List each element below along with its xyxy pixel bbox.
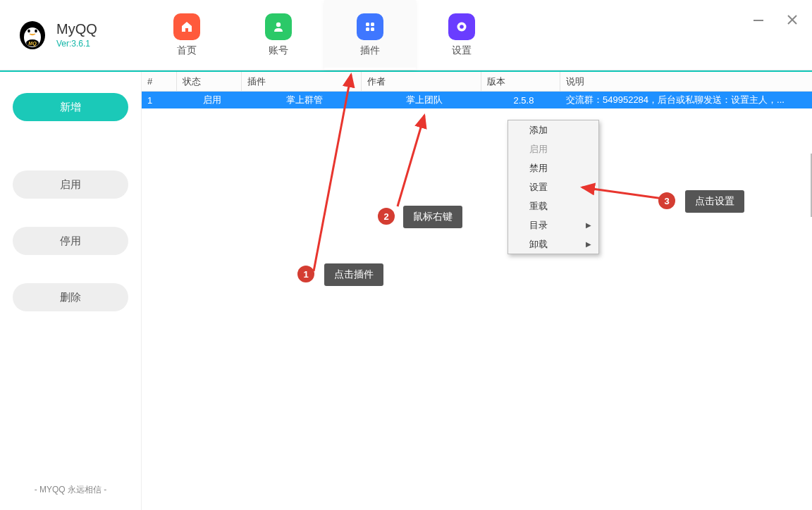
nav-tab-plugin[interactable]: 插件: [324, 0, 416, 70]
penguin-logo-icon: MQ: [17, 20, 48, 51]
col-header-status[interactable]: 状态: [177, 72, 242, 91]
svg-point-12: [460, 25, 464, 29]
context-menu: 添加 启用 禁用 设置 重载 目录▶ 卸载▶: [508, 120, 599, 254]
cell-version: 2.5.8: [481, 92, 560, 108]
svg-text:MQ: MQ: [28, 41, 37, 46]
svg-rect-7: [366, 23, 369, 26]
annotation-label-1: 点击插件: [324, 263, 383, 286]
annotation-label-2: 鼠标右键: [403, 206, 462, 228]
svg-point-6: [276, 22, 281, 26]
nav-tab-home[interactable]: 首页: [141, 0, 233, 70]
chevron-right-icon: ▶: [586, 240, 591, 248]
app-version: Ver:3.6.1: [56, 39, 97, 49]
col-header-plugin[interactable]: 插件: [242, 72, 362, 91]
svg-rect-13: [753, 20, 763, 21]
col-header-author[interactable]: 作者: [362, 72, 481, 91]
app-title: MyQQ: [56, 21, 97, 37]
nav-tabs: 首页 账号 插件 设置: [141, 0, 508, 70]
ctx-item-disable[interactable]: 禁用: [508, 158, 598, 178]
ctx-item-settings[interactable]: 设置: [508, 178, 598, 197]
stop-button[interactable]: 停用: [13, 227, 128, 255]
nav-label-account: 账号: [269, 44, 288, 57]
account-icon: [265, 13, 292, 40]
chevron-right-icon: ▶: [586, 221, 591, 229]
ctx-item-reload[interactable]: 重载: [508, 197, 598, 216]
plugin-icon: [357, 13, 383, 40]
add-button[interactable]: 新增: [13, 93, 128, 121]
annotation-badge-2: 2: [378, 208, 395, 225]
cell-idx: 1: [142, 92, 177, 108]
svg-rect-8: [371, 23, 374, 26]
nav-tab-settings[interactable]: 设置: [416, 0, 508, 70]
nav-label-settings: 设置: [452, 44, 472, 57]
close-button[interactable]: [785, 13, 799, 27]
nav-label-home: 首页: [177, 44, 197, 57]
table-header: # 状态 插件 作者 版本 说明: [142, 72, 812, 92]
annotation-badge-1: 1: [297, 266, 314, 282]
main-panel: # 状态 插件 作者 版本 说明 1 启用 掌上群管 掌上团队 2.5.8 交流…: [141, 72, 812, 510]
col-header-idx[interactable]: #: [142, 72, 177, 91]
cell-status: 启用: [177, 92, 242, 108]
nav-tab-account[interactable]: 账号: [233, 0, 324, 70]
sidebar-footer: - MYQQ 永远相信 -: [35, 484, 107, 496]
annotation-label-3: 点击设置: [685, 190, 744, 213]
cell-author: 掌上团队: [362, 92, 481, 108]
annotation-badge-3: 3: [658, 192, 675, 209]
ctx-item-add[interactable]: 添加: [508, 120, 598, 139]
delete-button[interactable]: 删除: [13, 283, 128, 311]
col-header-version[interactable]: 版本: [481, 72, 560, 91]
table-row[interactable]: 1 启用 掌上群管 掌上团队 2.5.8 交流群：549952284，后台或私聊…: [142, 92, 812, 108]
nav-label-plugin: 插件: [360, 44, 380, 57]
cell-desc: 交流群：549952284，后台或私聊发送：设置主人，...: [560, 92, 812, 108]
settings-icon: [448, 13, 475, 40]
enable-button[interactable]: 启用: [13, 170, 128, 199]
app-header: MQ MyQQ Ver:3.6.1 首页 账号 插件: [0, 0, 812, 70]
ctx-item-enable: 启用: [508, 139, 598, 158]
home-icon: [173, 13, 200, 40]
svg-rect-10: [371, 27, 374, 31]
cell-plugin: 掌上群管: [242, 92, 362, 108]
minimize-button[interactable]: [751, 13, 765, 27]
svg-point-4: [27, 29, 30, 32]
sidebar: 新增 启用 停用 删除 - MYQQ 永远相信 -: [0, 72, 141, 510]
ctx-item-directory[interactable]: 目录▶: [508, 216, 598, 235]
col-header-desc[interactable]: 说明: [560, 72, 812, 91]
ctx-item-uninstall[interactable]: 卸载▶: [508, 235, 598, 254]
svg-rect-9: [366, 27, 369, 31]
logo-block: MQ MyQQ Ver:3.6.1: [0, 20, 141, 51]
svg-point-5: [35, 29, 37, 32]
